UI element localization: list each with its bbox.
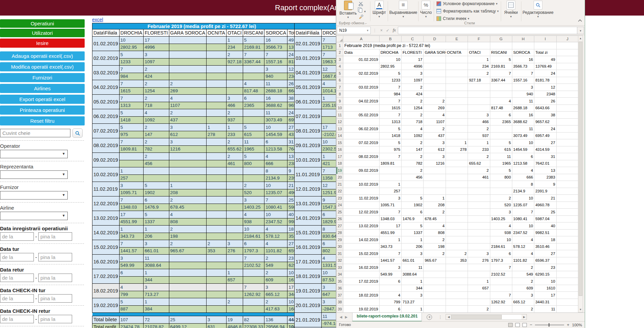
formula-bar-expand-button[interactable]: ▾ xyxy=(577,27,584,34)
excel-cell[interactable]: 2 xyxy=(402,139,424,146)
excel-cell[interactable]: 799 xyxy=(379,299,401,306)
excel-cell[interactable] xyxy=(424,84,446,91)
excel-cell[interactable]: 3688.62 xyxy=(512,118,534,125)
excel-cell[interactable]: 2 xyxy=(424,236,446,243)
excel-row-header-20[interactable]: 20 xyxy=(337,174,343,181)
excel-cell[interactable]: 11.02.2019 xyxy=(343,195,380,202)
excel-cell[interactable] xyxy=(446,229,468,236)
excel-cell[interactable]: 1337 xyxy=(402,229,424,236)
excel-cell[interactable]: 6 xyxy=(490,250,512,257)
excel-cell[interactable] xyxy=(556,118,578,125)
excel-cell[interactable]: 01.02.2019 xyxy=(343,56,380,63)
excel-cell[interactable] xyxy=(490,84,512,91)
excel-cell[interactable] xyxy=(424,264,446,271)
excel-cell[interactable]: 1313 xyxy=(379,118,401,125)
excel-cell[interactable]: 18.02.2019 xyxy=(343,292,380,299)
excel-cell[interactable] xyxy=(556,98,578,105)
excel-cell[interactable]: 7 xyxy=(379,209,401,216)
excel-cell[interactable] xyxy=(343,243,380,250)
excel-cell[interactable]: 2102.52 xyxy=(490,271,512,278)
excel-cell[interactable] xyxy=(556,285,578,292)
excel-column-header-f[interactable]: F xyxy=(468,36,490,42)
excel-cell[interactable] xyxy=(490,306,512,313)
excel-cell[interactable]: 609 xyxy=(512,285,534,292)
excel-cell[interactable] xyxy=(556,215,578,222)
excel-cell[interactable]: 04.02.2019 xyxy=(343,98,380,105)
excel-row-header-27[interactable]: 27 xyxy=(337,222,343,230)
excel-cell[interactable]: 2688.18 xyxy=(512,104,534,112)
excel-cell[interactable] xyxy=(556,70,578,77)
font-group-button[interactable]: А Шрифт ▾ xyxy=(371,1,387,18)
scroll-right-button[interactable]: ▶ xyxy=(521,315,527,319)
excel-cell[interactable] xyxy=(446,56,468,63)
alignment-group-button[interactable]: ≡ Выравнивание ▾ xyxy=(389,1,417,18)
cells-group-button[interactable]: Ячейки ▾ xyxy=(502,1,520,18)
excel-column-header-h[interactable]: H xyxy=(512,36,534,42)
excel-cell[interactable]: 1441.57 xyxy=(379,257,401,264)
excel-cell[interactable]: 1080.41 xyxy=(512,215,534,222)
excel-cell[interactable]: 18 xyxy=(534,236,556,243)
excel-cell[interactable]: 344 xyxy=(402,285,424,292)
excel-row-header-39[interactable]: 39 xyxy=(337,306,343,313)
excel-cell[interactable]: 3 xyxy=(402,70,424,77)
excel-cell[interactable] xyxy=(446,84,468,91)
new-sheet-button[interactable]: + xyxy=(427,314,432,320)
excel-cell[interactable]: 7 xyxy=(490,292,512,299)
excel-cell[interactable]: 1 xyxy=(424,195,446,202)
filter-data-inregistrarii-operatiunii-from[interactable] xyxy=(0,232,34,241)
excel-cell[interactable]: 257 xyxy=(379,188,401,195)
excel-cell[interactable] xyxy=(468,188,490,195)
excel-cell[interactable]: 1797.3 xyxy=(490,257,512,264)
excel-cell[interactable] xyxy=(468,84,490,91)
excel-cell[interactable] xyxy=(468,195,490,202)
format-painter-button[interactable] xyxy=(359,14,364,21)
excel-cell[interactable]: 7 xyxy=(512,209,534,216)
excel-cell[interactable]: 5 xyxy=(379,70,401,77)
excel-row-header-34[interactable]: 34 xyxy=(337,271,343,278)
excel-cell[interactable]: 1403.25 xyxy=(490,215,512,222)
excel-cell[interactable]: 1101.82 xyxy=(512,257,534,264)
excel-cell[interactable] xyxy=(556,222,578,230)
excel-cell[interactable]: 718 xyxy=(402,118,424,125)
excel-cell[interactable]: 6290.15 xyxy=(534,271,556,278)
excel-cell[interactable] xyxy=(343,202,380,209)
excel-cell[interactable] xyxy=(556,209,578,216)
excel-row-header-33[interactable]: 33 xyxy=(337,264,343,271)
excel-row-header-8[interactable]: 8 xyxy=(337,91,343,98)
excel-cell[interactable]: 16 xyxy=(512,56,534,63)
excel-cell[interactable] xyxy=(446,174,468,181)
excel-cell[interactable] xyxy=(343,299,380,306)
excel-cell[interactable]: 10.02.2019 xyxy=(343,181,380,188)
excel-row-header-26[interactable]: 26 xyxy=(337,215,343,222)
excel-cell[interactable] xyxy=(446,292,468,299)
excel-cell[interactable]: 7 xyxy=(379,84,401,91)
excel-cell[interactable]: 276 xyxy=(468,257,490,264)
excel-cell[interactable] xyxy=(468,181,490,188)
excel-row-header-37[interactable]: 37 xyxy=(337,292,343,299)
excel-cell[interactable] xyxy=(468,271,490,278)
excel-cell[interactable]: 461 xyxy=(468,174,490,181)
excel-cell[interactable] xyxy=(446,202,468,209)
excel-column-header-a[interactable]: A xyxy=(343,36,380,42)
excel-cell[interactable] xyxy=(490,132,512,139)
excel-cell[interactable]: 1 xyxy=(468,278,490,285)
excel-cell[interactable] xyxy=(343,63,380,70)
excel-cell[interactable]: 666 xyxy=(512,174,534,181)
excel-cell[interactable]: 2347.52 xyxy=(512,229,534,236)
excel-cell[interactable] xyxy=(343,188,380,195)
excel-column-header-d[interactable]: D xyxy=(424,36,446,42)
excel-cell[interactable]: 2184.61 xyxy=(490,243,512,250)
excel-cell[interactable] xyxy=(556,132,578,139)
excel-cell[interactable]: 1216 xyxy=(424,160,446,167)
cut-button[interactable] xyxy=(359,1,363,7)
excel-cell[interactable]: OTACI xyxy=(468,49,490,56)
excel-cell[interactable]: 5987.04 xyxy=(534,215,556,222)
excel-cell[interactable]: 1097 xyxy=(402,77,424,84)
excel-cell[interactable] xyxy=(446,264,468,271)
excel-cell[interactable] xyxy=(424,56,446,63)
excel-row-header-19[interactable]: 19 xyxy=(337,167,343,174)
excel-cell[interactable] xyxy=(446,278,468,285)
excel-cell[interactable]: 16.02.2019 xyxy=(343,264,380,271)
excel-cell[interactable]: 10 xyxy=(490,236,512,243)
excel-cell[interactable]: 975 xyxy=(379,146,401,153)
